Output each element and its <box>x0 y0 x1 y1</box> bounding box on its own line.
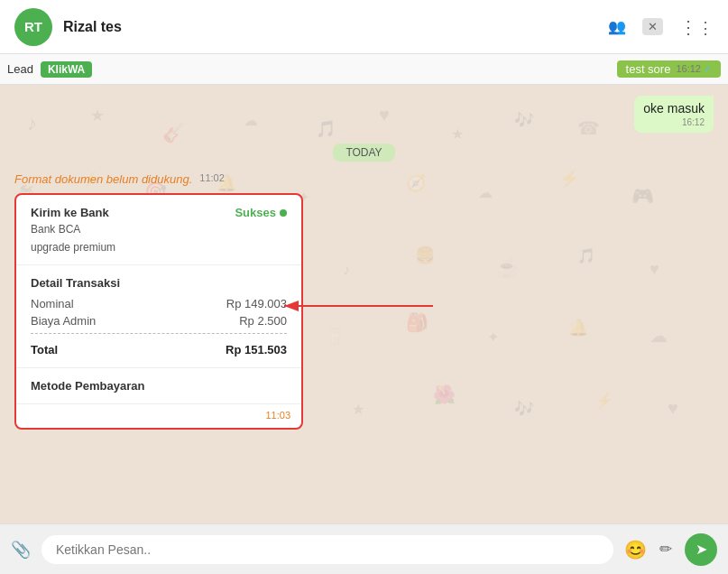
send-button[interactable]: ➤ <box>685 533 717 566</box>
metode-section: Metode Pembayaran <box>16 368 301 404</box>
sent-message: oke masuk 16:12 <box>634 96 714 133</box>
card-header-section: Kirim ke Bank Sukses Bank BCA upgrade pr… <box>16 195 301 265</box>
format-warning-row: Format dokumen belum didukung. 11:02 <box>14 172 714 186</box>
header: RT Rizal tes ✕ ⋮ <box>0 0 728 54</box>
klikwa-tag[interactable]: KlikWA <box>41 61 92 78</box>
metode-label: Metode Pembayaran <box>31 379 287 393</box>
biaya-admin-label: Biaya Admin <box>31 314 96 328</box>
format-warning-time: 11:02 <box>199 172 225 183</box>
format-warning-text: Format dokumen belum didukung. <box>14 172 192 186</box>
attach-icon[interactable] <box>11 539 31 560</box>
sent-message-text: oke masuk <box>643 101 705 116</box>
total-row: Total Rp 151.503 <box>31 339 287 356</box>
card-message: Kirim ke Bank Sukses Bank BCA upgrade pr… <box>14 193 303 430</box>
message-input[interactable] <box>41 535 613 564</box>
nominal-label: Nominal <box>31 297 74 310</box>
detail-title: Detail Transaksi <box>31 276 287 290</box>
card-note: upgrade premium <box>31 241 287 254</box>
total-value: Rp 151.503 <box>226 343 287 356</box>
input-bar: 😊 ✏ ➤ <box>0 523 728 574</box>
card-title-row: Kirim ke Bank Sukses <box>31 206 287 219</box>
nominal-row: Nominal Rp 149.003 <box>31 297 287 310</box>
chat-messages: oke masuk 16:12 TODAY Format dokumen bel… <box>0 85 728 440</box>
edit-icon[interactable]: ✏ <box>659 540 672 559</box>
card-time: 11:03 <box>16 404 301 428</box>
today-divider: TODAY <box>333 144 394 162</box>
card-title: Kirim ke Bank <box>31 206 109 219</box>
avatar: RT <box>14 8 52 46</box>
checkmark-icon: ✓ <box>704 63 712 74</box>
emoji-icon[interactable]: 😊 <box>624 539 647 560</box>
nominal-value: Rp 149.003 <box>226 297 287 310</box>
sent-message-time: 16:12 <box>643 117 705 127</box>
card-detail-section: Detail Transaksi Nominal Rp 149.003 Biay… <box>16 265 301 368</box>
sukses-dot <box>280 209 287 217</box>
sukses-badge: Sukses <box>235 206 287 219</box>
total-label: Total <box>31 343 58 356</box>
close-icon[interactable]: ✕ <box>642 18 663 35</box>
biaya-admin-row: Biaya Admin Rp 2.500 <box>31 314 287 328</box>
header-icons: ✕ ⋮ <box>608 16 714 38</box>
biaya-admin-value: Rp 2.500 <box>239 314 287 328</box>
more-icon[interactable]: ⋮ <box>679 16 714 38</box>
contact-name: Rizal tes <box>63 19 608 35</box>
lead-tag: Lead <box>7 62 33 76</box>
people-icon[interactable] <box>608 17 626 36</box>
bank-label: Bank BCA <box>31 223 287 236</box>
tag-bar: Lead KlikWA test sore 16:12 ✓ <box>0 54 728 85</box>
divider-line <box>31 333 287 334</box>
chat-area: ♪ ★ 🎸 ☁ 🎵 ♥ ★ 🎶 ☎ ♪ 🏍 ⚡ 🎯 🔔 ✦ 🧭 ☁ ⚡ 🎮 🍕 … <box>0 85 728 523</box>
test-sore-tag: test sore 16:12 ✓ <box>617 60 721 78</box>
input-right-icons: 😊 ✏ ➤ <box>624 533 717 566</box>
